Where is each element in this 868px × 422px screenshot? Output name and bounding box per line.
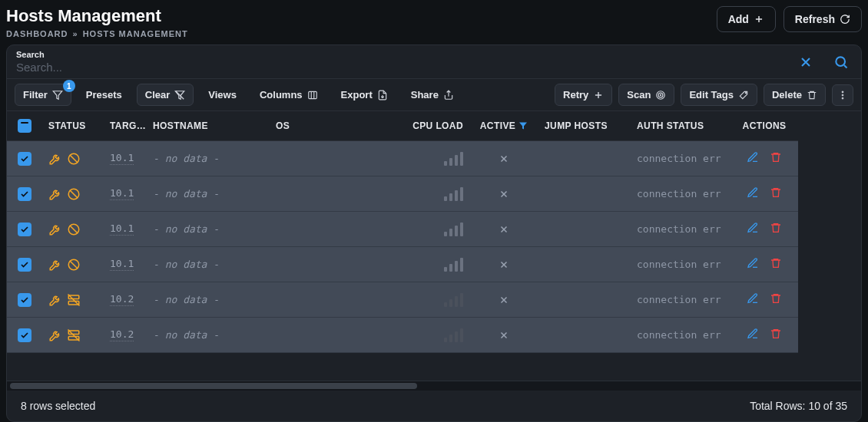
row-checkbox[interactable]: [18, 293, 31, 307]
hostname-value: - no data -: [153, 329, 219, 341]
jump-hosts-value: [538, 247, 631, 282]
active-value: [469, 247, 538, 282]
edit-tags-button[interactable]: Edit Tags: [681, 84, 757, 106]
hostname-value: - no data -: [153, 153, 219, 164]
refresh-button-label: Refresh: [795, 13, 835, 25]
row-checkbox[interactable]: [18, 258, 31, 272]
row-checkbox[interactable]: [18, 152, 31, 166]
radar-icon: [655, 90, 666, 101]
status-icons: [48, 258, 81, 272]
share-button[interactable]: Share: [403, 84, 462, 106]
columns-button[interactable]: Columns: [251, 84, 326, 106]
edit-row-button[interactable]: [747, 292, 759, 307]
refresh-button[interactable]: Refresh: [784, 6, 862, 32]
breadcrumb: DASHBOARD » HOSTS MANAGEMENT: [6, 29, 188, 38]
funnel-clear-icon: [174, 90, 185, 101]
row-checkbox[interactable]: [18, 187, 31, 201]
os-value: [270, 247, 408, 282]
col-active[interactable]: ACTIVE: [469, 111, 538, 141]
delete-row-button[interactable]: [770, 222, 782, 236]
plus-icon: [754, 14, 764, 25]
export-button[interactable]: Export: [333, 84, 396, 106]
more-actions-button[interactable]: [832, 84, 853, 106]
delete-row-button[interactable]: [770, 328, 782, 342]
target-ip[interactable]: 10.2: [110, 293, 134, 306]
col-hostname[interactable]: HOSTNAME: [147, 111, 270, 141]
active-value: [469, 282, 538, 318]
delete-row-button[interactable]: [770, 151, 782, 166]
col-actions: ACTIONS: [731, 111, 798, 141]
columns-icon: [307, 90, 318, 101]
views-button[interactable]: Views: [200, 84, 245, 106]
col-target[interactable]: TARG…: [104, 111, 147, 141]
col-os[interactable]: OS: [270, 111, 408, 141]
auth-status-value: connection err: [637, 294, 721, 305]
col-cpu[interactable]: CPU LOAD: [408, 111, 469, 141]
edit-row-button[interactable]: [747, 186, 759, 201]
presets-button[interactable]: Presets: [78, 84, 131, 106]
active-value: [469, 212, 538, 247]
edit-row-button[interactable]: [747, 151, 759, 166]
rows-selected: 8 rows selected: [21, 400, 95, 412]
edit-tags-label: Edit Tags: [689, 89, 734, 101]
jump-hosts-value: [538, 176, 631, 212]
svg-point-7: [842, 94, 843, 95]
kebab-icon: [837, 90, 848, 101]
active-value: [469, 141, 538, 176]
row-checkbox[interactable]: [18, 328, 31, 342]
scan-button[interactable]: Scan: [618, 84, 674, 106]
auth-status-value: connection err: [637, 259, 721, 270]
svg-point-0: [836, 57, 845, 66]
svg-point-4: [661, 94, 661, 95]
target-ip[interactable]: 10.1: [110, 187, 134, 200]
edit-row-button[interactable]: [747, 222, 759, 236]
delete-row-button[interactable]: [770, 257, 782, 272]
jump-hosts-value: [538, 212, 631, 247]
refresh-icon: [840, 14, 850, 25]
scan-label: Scan: [627, 89, 651, 101]
select-all-checkbox[interactable]: [18, 119, 31, 133]
svg-point-8: [842, 97, 843, 99]
close-icon: [798, 54, 813, 70]
delete-row-button[interactable]: [770, 292, 782, 307]
search-input[interactable]: [16, 61, 795, 74]
status-icons: [48, 152, 81, 166]
delete-row-button[interactable]: [770, 186, 782, 201]
hostname-value: - no data -: [153, 294, 219, 305]
target-ip[interactable]: 10.1: [110, 258, 134, 271]
svg-point-6: [842, 91, 843, 92]
columns-label: Columns: [260, 89, 303, 101]
col-status[interactable]: STATUS: [42, 111, 104, 141]
status-icons: [48, 187, 81, 201]
breadcrumb-dashboard[interactable]: DASHBOARD: [6, 29, 68, 38]
retry-button[interactable]: Retry: [555, 84, 612, 106]
jump-hosts-value: [538, 318, 631, 353]
row-checkbox[interactable]: [18, 223, 31, 236]
breadcrumb-sep: »: [73, 29, 78, 38]
target-ip[interactable]: 10.1: [110, 223, 134, 236]
clear-search-button[interactable]: [795, 51, 817, 73]
hostname-value: - no data -: [153, 188, 219, 199]
clear-button[interactable]: Clear: [137, 84, 194, 106]
target-ip[interactable]: 10.1: [110, 152, 134, 165]
col-jump[interactable]: JUMP HOSTS: [538, 111, 631, 141]
delete-button[interactable]: Delete: [764, 84, 826, 106]
share-label: Share: [411, 89, 439, 101]
hostname-value: - no data -: [153, 259, 219, 270]
horizontal-scrollbar[interactable]: [7, 381, 861, 391]
edit-row-button[interactable]: [747, 328, 759, 342]
filter-button[interactable]: Filter 1: [15, 84, 71, 106]
export-label: Export: [341, 89, 373, 101]
plus-icon: [593, 90, 604, 101]
add-button-label: Add: [728, 13, 749, 25]
delete-label: Delete: [772, 89, 802, 101]
search-button[interactable]: [830, 51, 852, 73]
col-active-label: ACTIVE: [480, 120, 515, 131]
add-button[interactable]: Add: [717, 6, 776, 32]
target-ip[interactable]: 10.2: [110, 328, 134, 341]
col-auth[interactable]: AUTH STATUS: [631, 111, 731, 141]
filter-label: Filter: [23, 89, 48, 101]
auth-status-value: connection err: [637, 153, 721, 164]
edit-row-button[interactable]: [747, 257, 759, 272]
jump-hosts-value: [538, 282, 631, 318]
